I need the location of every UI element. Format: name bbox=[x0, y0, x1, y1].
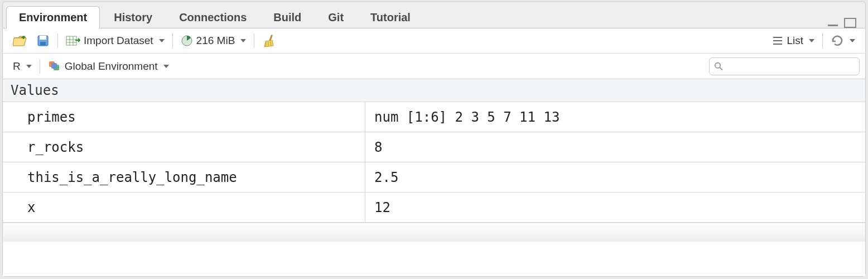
chevron-down-icon bbox=[809, 39, 814, 42]
environment-scope-label: Global Environment bbox=[65, 60, 158, 73]
chevron-down-icon bbox=[26, 65, 32, 68]
view-mode-label: List bbox=[787, 35, 803, 47]
tab-build[interactable]: Build bbox=[261, 6, 314, 28]
open-button[interactable] bbox=[8, 32, 32, 49]
table-row[interactable]: r_rocks 8 bbox=[3, 132, 865, 162]
chevron-down-icon bbox=[850, 39, 855, 42]
memory-usage-label: 216 MiB bbox=[196, 35, 235, 47]
toolbar-secondary: R Global Environment bbox=[3, 54, 865, 79]
maximize-icon[interactable] bbox=[843, 17, 857, 28]
svg-line-22 bbox=[720, 67, 722, 70]
tab-bar: Environment History Connections Build Gi… bbox=[3, 2, 865, 28]
environment-scope-icon bbox=[48, 60, 61, 73]
language-selector[interactable]: R bbox=[8, 58, 36, 75]
variable-name: x bbox=[3, 193, 365, 222]
separator bbox=[822, 33, 823, 48]
list-icon bbox=[772, 36, 783, 46]
import-dataset-button[interactable]: Import Dataset bbox=[61, 32, 169, 49]
environment-search[interactable] bbox=[709, 57, 860, 75]
tab-git[interactable]: Git bbox=[315, 6, 356, 28]
variable-value: num [1:6] 2 3 5 7 11 13 bbox=[365, 109, 865, 125]
tab-tutorial[interactable]: Tutorial bbox=[358, 6, 423, 28]
clear-environment-button[interactable] bbox=[258, 31, 281, 50]
search-group bbox=[709, 57, 860, 75]
separator bbox=[57, 33, 58, 48]
refresh-icon bbox=[831, 34, 844, 47]
variable-value: 2.5 bbox=[365, 170, 865, 185]
svg-rect-0 bbox=[828, 25, 838, 26]
memory-usage-button[interactable]: 216 MiB bbox=[176, 32, 251, 49]
chevron-down-icon bbox=[159, 39, 165, 42]
pie-chart-icon bbox=[181, 35, 193, 47]
table-row[interactable]: primes num [1:6] 2 3 5 7 11 13 bbox=[3, 102, 865, 132]
chevron-down-icon bbox=[163, 65, 169, 68]
separator bbox=[254, 33, 254, 48]
table-row[interactable]: x 12 bbox=[3, 193, 865, 223]
variable-name: r_rocks bbox=[3, 132, 365, 162]
variable-name: this_is_a_really_long_name bbox=[3, 162, 365, 192]
svg-rect-4 bbox=[40, 42, 46, 45]
variable-value: 12 bbox=[365, 200, 865, 215]
svg-rect-3 bbox=[40, 36, 46, 40]
toolbar-primary: Import Dataset 216 MiB bbox=[3, 28, 865, 54]
variable-name: primes bbox=[3, 102, 365, 132]
variable-value: 8 bbox=[365, 140, 865, 155]
svg-rect-1 bbox=[845, 18, 856, 27]
search-input[interactable] bbox=[724, 60, 855, 72]
save-button[interactable] bbox=[32, 32, 54, 50]
svg-rect-20 bbox=[51, 63, 57, 69]
grid-footer bbox=[3, 223, 865, 242]
chevron-down-icon bbox=[240, 39, 246, 42]
tab-connections[interactable]: Connections bbox=[166, 6, 259, 28]
values-grid: primes num [1:6] 2 3 5 7 11 13 r_rocks 8… bbox=[3, 102, 865, 276]
section-header-values: Values bbox=[3, 79, 865, 102]
table-row[interactable]: this_is_a_really_long_name 2.5 bbox=[3, 162, 865, 193]
import-dataset-label: Import Dataset bbox=[84, 35, 153, 47]
language-label: R bbox=[13, 60, 21, 73]
window-controls bbox=[826, 17, 862, 28]
separator bbox=[40, 59, 40, 74]
save-icon bbox=[36, 34, 50, 47]
broom-icon bbox=[262, 33, 277, 48]
tab-history[interactable]: History bbox=[101, 6, 165, 28]
toolbar-right-group: List bbox=[768, 32, 860, 50]
svg-point-21 bbox=[715, 62, 720, 68]
refresh-button[interactable] bbox=[826, 32, 860, 50]
minimize-icon[interactable] bbox=[826, 17, 841, 28]
separator bbox=[172, 33, 173, 48]
search-icon bbox=[714, 61, 724, 71]
import-grid-icon bbox=[66, 35, 80, 47]
environment-panel: Environment History Connections Build Gi… bbox=[2, 1, 866, 277]
environment-scope-selector[interactable]: Global Environment bbox=[44, 58, 173, 75]
view-mode-button[interactable]: List bbox=[768, 32, 819, 49]
svg-rect-5 bbox=[66, 36, 76, 45]
tab-environment[interactable]: Environment bbox=[6, 6, 100, 28]
folder-open-icon bbox=[13, 35, 27, 47]
